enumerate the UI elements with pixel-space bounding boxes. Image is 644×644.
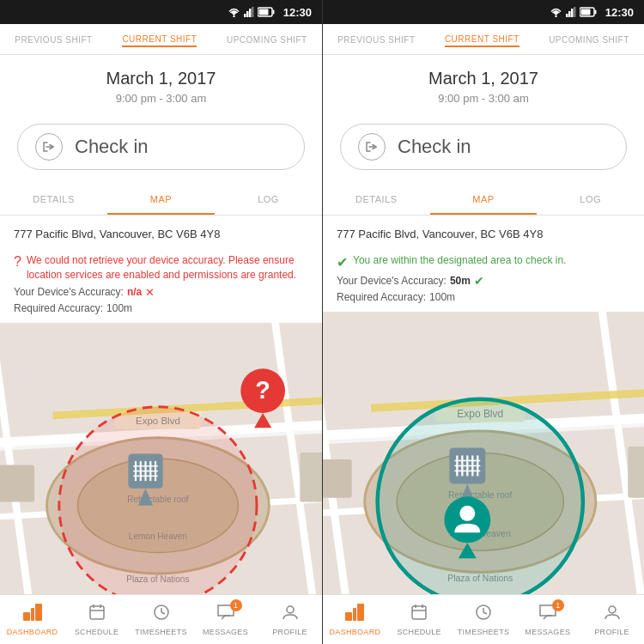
shift-tabs-left: PREVIOUS SHIFT CURRENT SHIFT UPCOMING SH… (0, 24, 322, 55)
nav-messages-left[interactable]: 1 MESSAGES (193, 595, 258, 644)
device-accuracy-right: Your Device's Accuracy: 50m ✔ (337, 274, 630, 288)
nav-schedule-left[interactable]: SCHEDULE (64, 595, 129, 644)
device-accuracy-left: Your Device's Accuracy: n/a ✕ (14, 286, 308, 299)
error-icon-left: ? (14, 254, 21, 270)
svg-point-95 (459, 506, 475, 521)
checkin-label-left: Check in (75, 136, 149, 158)
nav-dashboard-right[interactable]: DASHBOARD (323, 595, 387, 644)
tab-previous-shift-left[interactable]: PREVIOUS SHIFT (15, 33, 92, 46)
error-block-left: ? We could not retrieve your device accu… (14, 253, 308, 283)
tab-current-shift-right[interactable]: CURRENT SHIFT (445, 33, 519, 47)
tab-map-right[interactable]: MAP (430, 184, 538, 215)
svg-point-83 (378, 399, 583, 594)
required-value-right: 100m (429, 291, 455, 303)
nav-schedule-right[interactable]: SCHEDULE (387, 595, 452, 644)
nav-profile-left[interactable]: PROFILE (258, 595, 322, 644)
messages-badge-container-right: 1 (538, 604, 557, 625)
success-icon-right: ✔ (337, 254, 348, 270)
address-section-left: 777 Pacific Blvd, Vancouver, BC V6B 4Y8 (0, 216, 322, 248)
svg-line-52 (161, 612, 165, 614)
required-accuracy-right: Required Accuracy: 100m (337, 291, 630, 303)
svg-rect-97 (345, 612, 352, 621)
svg-rect-46 (90, 606, 104, 619)
checkin-button-left[interactable]: Check in (17, 124, 305, 170)
required-accuracy-left: Required Accuracy: 100m (14, 302, 308, 314)
required-label-left: Required Accuracy: (14, 302, 103, 314)
accuracy-value-right: 50m (450, 275, 471, 287)
battery-icon-right (580, 7, 597, 17)
nav-messages-label-left: MESSAGES (203, 628, 248, 636)
shift-tabs-right: PREVIOUS SHIFT CURRENT SHIFT UPCOMING SH… (323, 24, 644, 55)
svg-rect-8 (258, 9, 268, 15)
svg-rect-4 (249, 9, 252, 17)
svg-point-55 (555, 15, 556, 17)
status-msg-left: ? We could not retrieve your device accu… (0, 248, 322, 323)
left-panel: 12:30 PREVIOUS SHIFT CURRENT SHIFT UPCOM… (0, 0, 322, 644)
svg-rect-43 (23, 612, 30, 621)
battery-icon (258, 7, 275, 17)
profile-icon-right (604, 604, 621, 625)
nav-messages-label-right: MESSAGES (525, 628, 570, 636)
success-block-right: ✔ You are within the designated area to … (337, 253, 630, 270)
accuracy-value-left: n/a (127, 286, 142, 298)
svg-point-107 (609, 606, 616, 613)
svg-rect-76 (323, 459, 352, 498)
tab-previous-shift-right[interactable]: PREVIOUS SHIFT (337, 33, 415, 46)
svg-rect-99 (357, 604, 364, 621)
svg-rect-56 (566, 14, 568, 17)
nav-profile-label-right: PROFILE (594, 628, 629, 636)
tab-log-left[interactable]: LOG (215, 184, 322, 215)
status-time-left: 12:30 (283, 6, 312, 19)
tab-details-left[interactable]: DETAILS (0, 184, 107, 215)
status-bar-right: 12:30 (323, 0, 644, 24)
nav-dashboard-label-left: DASHBOARD (7, 628, 58, 636)
nav-profile-label-left: PROFILE (272, 628, 307, 636)
nav-timesheets-label-right: TIMESHEETS (458, 628, 510, 636)
checkin-section-right: Check in (323, 115, 644, 184)
status-time-right: 12:30 (605, 6, 634, 19)
svg-text:?: ? (255, 375, 270, 403)
nav-messages-right[interactable]: 1 MESSAGES (515, 595, 580, 644)
date-left: March 1, 2017 (0, 69, 322, 88)
checkin-icon-right (358, 133, 386, 161)
svg-rect-61 (594, 10, 596, 15)
checkin-icon-left (35, 133, 63, 161)
messages-badge-container-left: 1 (216, 604, 235, 625)
svg-rect-5 (252, 7, 254, 17)
required-value-left: 100m (106, 302, 132, 314)
address-left: 777 Pacific Blvd, Vancouver, BC V6B 4Y8 (14, 228, 220, 240)
signal-icon (244, 7, 254, 17)
tab-map-left[interactable]: MAP (107, 184, 215, 215)
checkin-button-right[interactable]: Check in (340, 124, 627, 170)
time-range-left: 9:00 pm - 3:00 am (0, 92, 322, 105)
nav-dashboard-label-right: DASHBOARD (330, 628, 381, 636)
svg-rect-59 (574, 7, 576, 17)
bottom-nav-left: DASHBOARD SCHEDULE TIMESHEETS 1 MESSAGES (0, 594, 322, 644)
nav-timesheets-right[interactable]: TIMESHEETS (452, 595, 516, 644)
nav-dashboard-left[interactable]: DASHBOARD (0, 595, 64, 644)
svg-point-53 (287, 606, 294, 613)
success-text-right: You are within the designated area to ch… (353, 253, 566, 268)
signin-icon-right (365, 140, 379, 154)
tab-details-right[interactable]: DETAILS (323, 184, 430, 215)
status-bar-left: 12:30 (0, 0, 322, 24)
tab-upcoming-shift-right[interactable]: UPCOMING SHIFT (549, 33, 629, 46)
nav-timesheets-left[interactable]: TIMESHEETS (129, 595, 193, 644)
nav-schedule-label-left: SCHEDULE (75, 628, 118, 636)
accuracy-label-right: Your Device's Accuracy: (337, 275, 447, 287)
tab-current-shift-left[interactable]: CURRENT SHIFT (122, 33, 197, 47)
nav-schedule-label-right: SCHEDULE (397, 628, 440, 636)
svg-rect-23 (300, 453, 322, 502)
nav-profile-right[interactable]: PROFILE (580, 595, 644, 644)
tab-upcoming-shift-left[interactable]: UPCOMING SHIFT (227, 33, 307, 46)
required-label-right: Required Accuracy: (337, 291, 426, 303)
profile-icon-left (282, 604, 299, 625)
tab-log-right[interactable]: LOG (537, 184, 644, 215)
svg-rect-100 (412, 606, 426, 619)
messages-badge-left: 1 (230, 599, 242, 611)
signal-icon-right (566, 7, 576, 17)
check-icon-right: ✔ (474, 274, 484, 288)
svg-rect-58 (571, 9, 574, 17)
schedule-icon-left (88, 604, 106, 625)
status-msg-right: ✔ You are within the designated area to … (323, 248, 644, 312)
